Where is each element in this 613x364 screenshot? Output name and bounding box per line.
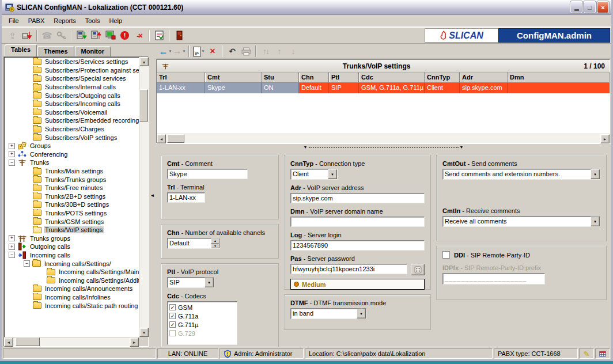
column-header-cmt[interactable]: Cmt [205, 73, 262, 82]
scroll-up-button[interactable]: ▲ [139, 57, 149, 66]
tree-item[interactable]: Trunks/2B+D settings [4, 192, 139, 201]
cell-cdc[interactable]: GSM, G.711a, G.711µ [359, 83, 425, 93]
tab-themes[interactable]: Themes [37, 46, 74, 56]
column-header-ptl[interactable]: Ptl [329, 73, 359, 82]
panel-splitter[interactable]: ◄ [149, 44, 156, 347]
tree-item-trunks[interactable]: − Trunks [4, 158, 139, 167]
dropdown-arrow-icon[interactable]: ▼ [205, 278, 214, 287]
forward-dropdown-icon[interactable]: ▼ [183, 50, 186, 53]
tree-item[interactable]: Subscribers/Outgoing calls [4, 91, 139, 100]
scroll-right-button[interactable]: ► [600, 134, 610, 143]
nav-forward-button[interactable]: →▼ [172, 45, 186, 58]
move-up-button[interactable]: ↑ [273, 45, 286, 58]
tree-item-outgoing-calls[interactable]: + Outgoing calls [4, 242, 139, 251]
cell-dmn[interactable] [508, 83, 610, 93]
tree-item[interactable]: Subscribers/Special services [4, 74, 139, 83]
menu-tools[interactable]: Tools [81, 16, 105, 25]
collapse-icon[interactable]: − [24, 260, 30, 267]
tree-item[interactable]: Incoming calls/Announcements [4, 285, 139, 293]
connection-type-value[interactable]: Client [291, 169, 328, 179]
tree-item[interactable]: Trunks/Trunks groups [4, 175, 139, 184]
cell-trl[interactable]: 1-LAN-xx [157, 83, 205, 93]
tree-item-trunks-voip-settings[interactable]: Trunks/VoIP settings [4, 226, 139, 234]
checkbox-checked-icon[interactable]: ✓ [169, 321, 176, 328]
column-header-cdc[interactable]: Cdc [359, 73, 425, 82]
tree-item[interactable]: Incoming calls/Static path routing [4, 301, 139, 310]
report-button[interactable] [152, 29, 167, 43]
collapse-left-icon[interactable]: ◄ [150, 193, 155, 198]
move-down-button[interactable]: ↓ [286, 45, 300, 58]
cell-cnntyp[interactable]: Client [425, 83, 460, 93]
collapse-icon[interactable]: − [9, 160, 15, 166]
tree-horizontal-scrollbar[interactable]: ◄ ► [4, 337, 139, 346]
channels-spinner[interactable]: Default ▲ ▼ [167, 238, 220, 249]
tree-item[interactable]: Trunks/POTS settings [4, 209, 139, 218]
tab-monitor[interactable]: Monitor [75, 46, 111, 56]
expand-icon[interactable]: + [9, 244, 15, 250]
generate-password-button[interactable] [411, 264, 425, 275]
tree-item[interactable]: Subscribers/Voicemail [4, 108, 139, 117]
menu-help[interactable]: Help [104, 16, 127, 25]
cell-cmt[interactable]: Skype [205, 83, 262, 93]
collapse-icon[interactable]: − [9, 252, 15, 258]
maximize-button[interactable]: □ [584, 1, 596, 13]
server-password-field[interactable]: hfwyruyhjbclcj11kpoecn1233i [290, 264, 407, 274]
tree-item[interactable]: Subscribers/Embedded recording [4, 116, 139, 125]
cell-adr[interactable]: sip.skype.com [460, 83, 508, 93]
receive-comments-value[interactable]: Receive all comments [443, 217, 591, 226]
expand-icon[interactable]: + [9, 143, 15, 149]
sort-button[interactable]: ↑↓ [259, 45, 273, 58]
protocol-value[interactable]: SIP [168, 278, 205, 287]
scroll-left-button[interactable]: ◄ [157, 134, 166, 143]
comment-field[interactable]: Skype [167, 169, 248, 179]
menu-file[interactable]: File [4, 16, 24, 25]
menu-reports[interactable]: Reports [49, 16, 81, 25]
send-comments-dropdown[interactable]: Send comments and extension numbers. ▼ [442, 169, 600, 180]
dropdown-arrow-icon[interactable]: ▼ [328, 169, 337, 179]
tree-item-conferencing[interactable]: + Conferencing [4, 150, 139, 159]
column-header-stu[interactable]: Stu [262, 73, 299, 82]
expand-icon[interactable]: + [9, 151, 15, 157]
new-record-dropdown-icon[interactable]: ▼ [202, 50, 205, 53]
channels-value[interactable]: Default [168, 238, 211, 248]
dropdown-arrow-icon[interactable]: ▼ [357, 309, 366, 318]
delete-record-button[interactable]: × [206, 45, 220, 58]
dtmf-value[interactable]: in band [291, 309, 357, 318]
alarms-button[interactable]: ! [118, 29, 132, 43]
column-header-adr[interactable]: Adr [460, 73, 508, 82]
checkbox-checked-icon[interactable]: ✓ [169, 313, 176, 319]
tab-tables[interactable]: Tables [5, 44, 37, 56]
tree-item[interactable]: Subscribers/VoIP settings [4, 133, 139, 142]
codec-option[interactable]: ✓G.711a [169, 312, 235, 320]
ddi-checkbox[interactable] [442, 251, 450, 259]
tree-item[interactable]: Trunks/GSM settings [4, 217, 139, 226]
scroll-right-button[interactable]: ► [130, 338, 139, 347]
grid-horizontal-scrollbar[interactable]: ◄ ► [157, 134, 610, 143]
undo-button[interactable]: ↶ [225, 45, 239, 58]
print-button[interactable] [239, 45, 253, 58]
cell-ptl[interactable]: SIP [329, 83, 359, 93]
tree-item[interactable]: Subscribers/Services settings [4, 58, 139, 66]
grid-form-splitter[interactable]: ▼ ▼ [156, 143, 611, 150]
expand-icon[interactable]: + [9, 235, 15, 241]
title-bar[interactable]: SLICAN ConfigMAN - Lokalization (CCT 000… [2, 0, 611, 15]
terminal-field[interactable]: 1-LAN-xx [167, 192, 205, 203]
scroll-down-button[interactable]: ▼ [139, 328, 149, 337]
cell-stu[interactable]: ON [262, 83, 299, 93]
import-config-button[interactable]: ⇪ [5, 29, 20, 43]
tree-item[interactable]: Incoming calls/Settings/Additi [4, 276, 139, 285]
tree-item[interactable]: Subscribers/Internal calls [4, 83, 139, 92]
nav-back-button[interactable]: ←▼ [158, 45, 172, 58]
tree-vertical-scrollbar[interactable]: ▲ ▼ [139, 57, 148, 337]
key-button[interactable] [54, 29, 69, 43]
scroll-left-button[interactable]: ◄ [4, 338, 13, 347]
monitor-state-button[interactable] [103, 29, 118, 43]
new-record-button[interactable]: IP▼ [192, 45, 206, 58]
column-header-dmn[interactable]: Dmn [508, 73, 610, 82]
export-config-button[interactable] [20, 29, 34, 43]
menu-pabx[interactable]: PABX [24, 16, 50, 25]
connection-type-dropdown[interactable]: Client ▼ [290, 169, 338, 180]
tree-item[interactable]: Trunks/Main settings [4, 167, 139, 176]
scroll-thumb[interactable] [167, 134, 184, 143]
codec-option[interactable]: G.729 [169, 329, 235, 338]
